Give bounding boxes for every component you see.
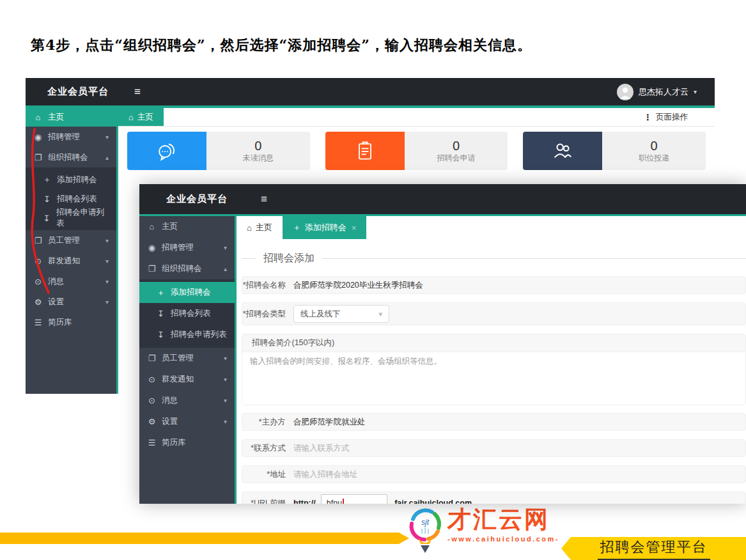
clipboard-icon: [325, 132, 405, 170]
stat-card-job-delivery[interactable]: 0 职位投递: [523, 132, 706, 170]
chevron-down-icon: ▾: [224, 244, 227, 251]
inner-content: ⌂ 主页 ＋ 添加招聘会 × 招聘会添加 *招聘会名称 合肥师范学院2020毕业…: [237, 216, 746, 504]
lightbulb-icon: sjt: [407, 507, 444, 558]
sidebar-item-recruit-mgmt[interactable]: ◉ 招聘管理 ▾: [139, 237, 235, 258]
fair-platform-banner: 招聘会管理平台: [561, 537, 746, 560]
form-legend: 招聘会添加: [242, 252, 746, 265]
sidebar-label: 招聘会列表: [171, 308, 211, 319]
logo-name: 才汇云网: [447, 507, 559, 533]
tab-home[interactable]: ⌂ 主页: [237, 216, 283, 239]
sidebar-item-home[interactable]: ⌂ 主页: [26, 108, 116, 127]
avatar: [617, 84, 633, 100]
chevron-down-icon: ▾: [224, 418, 227, 425]
fair-intro-textarea[interactable]: [242, 352, 745, 405]
kebab-menu-icon: ⋮: [644, 113, 652, 122]
chevron-down-icon: ▾: [105, 299, 109, 306]
sidebar-label: 主页: [48, 112, 64, 123]
stat-label: 招聘会申请: [437, 153, 476, 164]
sidebar-item-messages[interactable]: ⊙ 消息 ▾: [139, 390, 235, 411]
field-label: *联系方式: [242, 443, 293, 454]
url-prefix-input[interactable]: hfnu: [321, 494, 387, 504]
outer-top-navbar: 企业会员平台 ≡ 思杰拓人才云 ▾: [26, 78, 715, 105]
chat-icon: [127, 132, 206, 170]
chevron-down-icon: ▾: [105, 237, 109, 244]
logo-url: -www.caihuicloud.com-: [447, 535, 559, 543]
close-icon[interactable]: ×: [352, 223, 357, 233]
organizer-input[interactable]: 合肥师范学院就业处: [293, 417, 366, 428]
page-actions-label: 页面操作: [656, 112, 688, 123]
stat-card-body: 0 未读消息: [206, 132, 310, 170]
list-icon: ☰: [33, 318, 43, 327]
address-input[interactable]: [293, 470, 498, 479]
contact-input[interactable]: [293, 444, 498, 453]
chevron-down-icon: ▾: [694, 88, 697, 95]
caihui-logo: sjt 才汇云网 -www.caihuicloud.com-: [407, 507, 559, 558]
sidebar-label: 添加招聘会: [171, 287, 211, 298]
list-icon: ☰: [147, 438, 157, 447]
tab-home[interactable]: ⌂ 主页: [118, 108, 164, 126]
submenu-item-fair-list[interactable]: ↧ 招聘会列表: [139, 303, 235, 324]
hamburger-icon[interactable]: ≡: [134, 86, 141, 98]
logo-text: 才汇云网 -www.caihuicloud.com-: [447, 507, 559, 543]
page-actions-button[interactable]: ⋮ 页面操作: [644, 112, 715, 123]
chevron-down-icon: ▾: [105, 258, 109, 265]
plus-icon: ＋: [156, 287, 166, 299]
fair-intro-label: 招聘会简介(150字以内): [242, 334, 745, 352]
sidebar-item-staff-mgmt[interactable]: ❐ 员工管理 ▾: [139, 348, 235, 369]
sidebar-item-settings[interactable]: ⚙ 设置 ▾: [139, 411, 235, 432]
form-legend-title: 招聘会添加: [263, 252, 315, 265]
hamburger-icon[interactable]: ≡: [261, 193, 267, 206]
people-icon: [523, 132, 602, 170]
stat-value: 0: [254, 139, 261, 153]
field-fair-name: *招聘会名称 合肥师范学院2020毕业生秋季招聘会: [242, 276, 746, 294]
stat-cards: 0 未读消息 0 招聘会申请: [118, 127, 715, 170]
sidebar-label: 设置: [162, 416, 178, 427]
step-instruction: 第4步，点击“组织招聘会”，然后选择“添加招聘会”，输入招聘会相关信息。: [31, 36, 532, 55]
field-label: *URL前缀: [242, 498, 293, 504]
stat-card-fair-apply[interactable]: 0 招聘会申请: [325, 132, 508, 170]
notify-icon: ⊙: [147, 375, 157, 384]
sidebar-item-resume-bank[interactable]: ☰ 简历库: [139, 432, 235, 453]
sidebar-label: 简历库: [48, 317, 72, 328]
download-icon: ↧: [156, 330, 166, 339]
submenu-item-add-fair[interactable]: ＋ 添加招聘会: [139, 282, 235, 303]
tab-add-fair[interactable]: ＋ 添加招聘会 ×: [283, 216, 367, 239]
recruit-icon: ◉: [147, 243, 157, 253]
sidebar-item-home[interactable]: ⌂ 主页: [139, 216, 235, 237]
user-menu[interactable]: 思杰拓人才云 ▾: [617, 84, 715, 100]
stat-label: 未读消息: [243, 153, 274, 164]
gear-icon: ⚙: [147, 417, 157, 426]
window-icon: ❐: [147, 354, 157, 363]
fair-name-input[interactable]: 合肥师范学院2020毕业生秋季招聘会: [293, 280, 423, 291]
sidebar-label: 招聘会申请列表: [171, 329, 227, 340]
sidebar-item-broadcast[interactable]: ⊙ 群发通知 ▾: [139, 369, 235, 390]
stat-value: 0: [453, 139, 460, 153]
inner-window: 企业会员平台 ≡ ⌂ 主页 ◉ 招聘管理 ▾ ❐ 组织招聘会 ▴ ＋ 添加招聘会…: [139, 184, 746, 504]
tab-label: 主页: [256, 222, 272, 233]
tab-label: 添加招聘会: [305, 222, 346, 233]
user-name: 思杰拓人才云: [639, 86, 688, 98]
inner-sidebar: ⌂ 主页 ◉ 招聘管理 ▾ ❐ 组织招聘会 ▴ ＋ 添加招聘会 ↧ 招聘会列表 …: [139, 216, 237, 504]
inner-tab-bar: ⌂ 主页 ＋ 添加招聘会 ×: [237, 216, 746, 239]
inner-top-navbar: 企业会员平台 ≡: [139, 184, 746, 214]
add-fair-form: 招聘会添加 *招聘会名称 合肥师范学院2020毕业生秋季招聘会 *招聘会类型 线…: [237, 239, 746, 504]
sidebar-item-resume-bank[interactable]: ☰ 简历库: [26, 312, 116, 332]
selected-option: 线上及线下: [300, 309, 341, 320]
chevron-down-icon: ▾: [105, 134, 109, 141]
home-icon: ⌂: [33, 113, 43, 122]
chevron-down-icon: ▾: [224, 376, 227, 383]
outer-tab-bar: ⌂ 主页 ⋮ 页面操作: [118, 108, 715, 127]
field-fair-intro: 招聘会简介(150字以内): [242, 334, 746, 405]
sidebar-label: 组织招聘会: [162, 263, 202, 274]
field-label: *主办方: [242, 417, 293, 428]
red-annotation-line: [27, 125, 65, 299]
sidebar-item-organize-fair[interactable]: ❐ 组织招聘会 ▴: [139, 258, 235, 279]
logo-bulb-text: sjt: [421, 518, 430, 527]
stat-card-unread[interactable]: 0 未读消息: [127, 132, 310, 170]
url-suffix: .fair.caihuicloud.com: [392, 499, 472, 504]
text-cursor: [343, 499, 344, 504]
banner-label: 招聘会管理平台: [598, 538, 710, 560]
submenu-item-fair-apply-list[interactable]: ↧ 招聘会申请列表: [139, 324, 235, 345]
fair-type-select[interactable]: 线上及线下 ▾: [293, 305, 389, 323]
sidebar-label: 主页: [162, 221, 178, 232]
